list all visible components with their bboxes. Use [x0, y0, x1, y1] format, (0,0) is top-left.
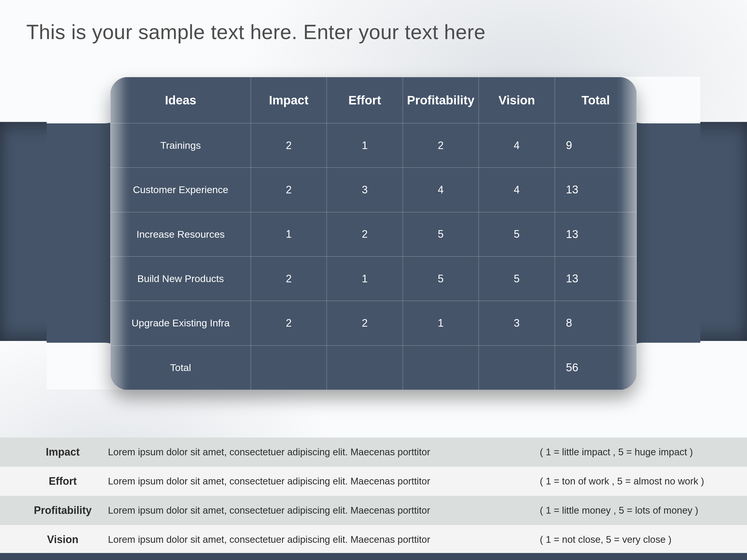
header-vision: Vision [479, 77, 555, 123]
cell-total: 13 [555, 257, 637, 301]
page-title: This is your sample text here. Enter you… [26, 20, 721, 44]
prioritization-matrix: Ideas Impact Effort Profitability Vision… [110, 77, 637, 390]
cell-vision: 5 [479, 212, 555, 257]
legend-row-vision: Vision Lorem ipsum dolor sit amet, conse… [0, 525, 747, 554]
footer-blank [479, 345, 555, 390]
legend-label: Vision [18, 533, 108, 546]
table-row: Customer Experience 2 3 4 4 13 [110, 168, 637, 212]
legend-row-effort: Effort Lorem ipsum dolor sit amet, conse… [0, 466, 747, 496]
header-row: Ideas Impact Effort Profitability Vision… [110, 77, 637, 123]
cell-vision: 4 [479, 123, 555, 168]
legend: Impact Lorem ipsum dolor sit amet, conse… [0, 437, 747, 554]
cell-idea: Trainings [110, 123, 251, 168]
legend-row-impact: Impact Lorem ipsum dolor sit amet, conse… [0, 437, 747, 466]
header-effort: Effort [327, 77, 403, 123]
cell-effort: 2 [327, 212, 403, 257]
header-total: Total [555, 77, 637, 123]
footer-blank [251, 345, 327, 390]
legend-desc: Lorem ipsum dolor sit amet, consectetuer… [108, 505, 540, 516]
footer-blank [403, 345, 479, 390]
cell-profitability: 1 [403, 301, 479, 345]
table-row: Trainings 2 1 2 4 9 [110, 123, 637, 168]
footer-total: 56 [555, 345, 637, 390]
cell-vision: 4 [479, 168, 555, 212]
cell-effort: 1 [327, 123, 403, 168]
cell-impact: 2 [251, 257, 327, 301]
slide: This is your sample text here. Enter you… [0, 0, 747, 560]
legend-row-profitability: Profitability Lorem ipsum dolor sit amet… [0, 496, 747, 525]
legend-scale: ( 1 = not close, 5 = very close ) [540, 534, 732, 545]
cell-profitability: 5 [403, 257, 479, 301]
cell-impact: 2 [251, 168, 327, 212]
footer-label: Total [110, 345, 251, 390]
cell-idea: Customer Experience [110, 168, 251, 212]
legend-label: Profitability [18, 504, 108, 516]
cell-idea: Build New Products [110, 257, 251, 301]
cell-total: 13 [555, 212, 637, 257]
cell-effort: 3 [327, 168, 403, 212]
cell-total: 13 [555, 168, 637, 212]
header-impact: Impact [251, 77, 327, 123]
legend-desc: Lorem ipsum dolor sit amet, consectetuer… [108, 534, 540, 545]
cell-vision: 3 [479, 301, 555, 345]
cell-profitability: 2 [403, 123, 479, 168]
header-ideas: Ideas [110, 77, 251, 123]
legend-desc: Lorem ipsum dolor sit amet, consectetuer… [108, 476, 540, 487]
legend-label: Effort [18, 475, 108, 487]
table-row: Build New Products 2 1 5 5 13 [110, 257, 637, 301]
table-row: Upgrade Existing Infra 2 2 1 3 8 [110, 301, 637, 345]
cell-idea: Upgrade Existing Infra [110, 301, 251, 345]
table-row: Increase Resources 1 2 5 5 13 [110, 212, 637, 257]
bottom-bar [0, 553, 747, 560]
header-profitability: Profitability [403, 77, 479, 123]
legend-scale: ( 1 = ton of work , 5 = almost no work ) [540, 476, 732, 487]
cell-effort: 2 [327, 301, 403, 345]
footer-row: Total 56 [110, 345, 637, 390]
cell-total: 9 [555, 123, 637, 168]
cell-impact: 2 [251, 123, 327, 168]
cell-vision: 5 [479, 257, 555, 301]
cell-impact: 2 [251, 301, 327, 345]
cell-total: 8 [555, 301, 637, 345]
cell-profitability: 4 [403, 168, 479, 212]
legend-scale: ( 1 = little money , 5 = lots of money ) [540, 505, 732, 516]
cell-impact: 1 [251, 212, 327, 257]
footer-blank [327, 345, 403, 390]
cell-profitability: 5 [403, 212, 479, 257]
cell-effort: 1 [327, 257, 403, 301]
legend-desc: Lorem ipsum dolor sit amet, consectetuer… [108, 447, 540, 458]
matrix-panel: Ideas Impact Effort Profitability Vision… [110, 77, 637, 390]
legend-label: Impact [18, 446, 108, 458]
cell-idea: Increase Resources [110, 212, 251, 257]
legend-scale: ( 1 = little impact , 5 = huge impact ) [540, 447, 732, 458]
